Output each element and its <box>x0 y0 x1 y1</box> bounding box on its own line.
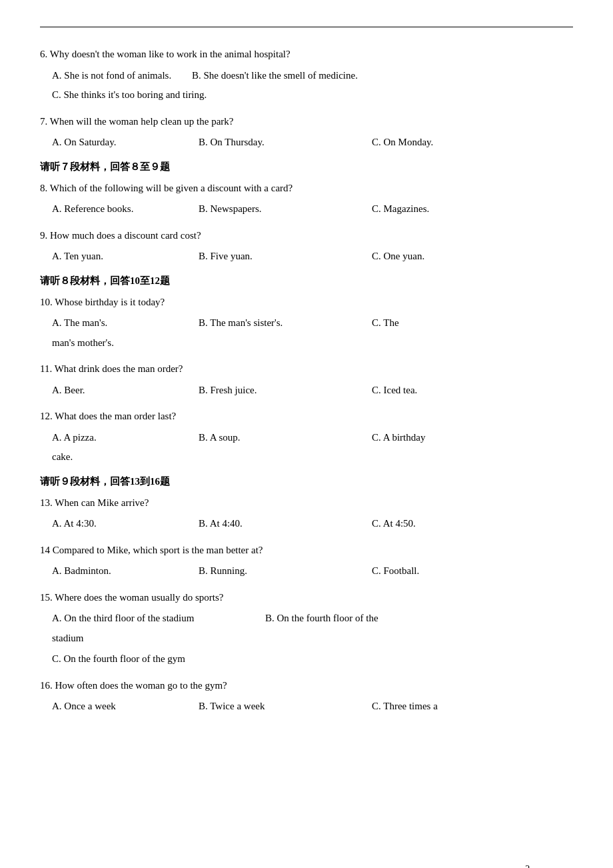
q7-text: 7. When will the woman help clean up the… <box>40 113 573 131</box>
question-15: 15. Where does the woman usually do spor… <box>40 589 573 668</box>
question-6: 6. Why doesn't the woman like to work in… <box>40 46 573 104</box>
page-number: -2- <box>522 864 533 868</box>
q14-options: A. Badminton. B. Running. C. Football. <box>52 563 573 580</box>
q13-text: 13. When can Mike arrive? <box>40 495 573 512</box>
q10-options: A. The man's. B. The man's sister's. C. … <box>52 315 573 332</box>
q6-options: A. She is not fond of animals. B. She do… <box>52 67 573 85</box>
q15-option-b[interactable]: B. On the fourth floor of the <box>265 610 573 627</box>
question-10: 10. Whose birthday is it today? A. The m… <box>40 294 573 352</box>
q9-option-b[interactable]: B. Five yuan. <box>199 248 372 265</box>
q6-options-row2: C. She thinks it's too boring and tiring… <box>52 87 573 104</box>
section-header-7: 请听７段材料，回答８至９题 <box>40 161 573 173</box>
q16-option-b[interactable]: B. Twice a week <box>199 698 372 715</box>
q13-option-b[interactable]: B. At 4:40. <box>199 515 372 533</box>
q11-option-a[interactable]: A. Beer. <box>52 382 199 399</box>
q16-option-a[interactable]: A. Once a week <box>52 698 199 715</box>
q16-text: 16. How often does the woman go to the g… <box>40 677 573 695</box>
question-16: 16. How often does the woman go to the g… <box>40 677 573 715</box>
q15-options: A. On the third floor of the stadium B. … <box>52 610 573 627</box>
q6-option-a[interactable]: A. She is not fond of animals. <box>52 67 172 85</box>
q7-option-a[interactable]: A. On Saturday. <box>52 134 199 151</box>
q9-options: A. Ten yuan. B. Five yuan. C. One yuan. <box>52 248 573 265</box>
q12-text: 12. What does the man order last? <box>40 408 573 425</box>
q13-options: A. At 4:30. B. At 4:40. C. At 4:50. <box>52 515 573 533</box>
q11-option-c[interactable]: C. Iced tea. <box>372 382 573 399</box>
q12-option-c[interactable]: C. A birthday <box>372 429 573 447</box>
q13-option-a[interactable]: A. At 4:30. <box>52 515 199 533</box>
q6-option-b[interactable]: B. She doesn't like the smell of medicin… <box>192 67 365 85</box>
q10-option-b[interactable]: B. The man's sister's. <box>199 315 372 332</box>
q9-option-a[interactable]: A. Ten yuan. <box>52 248 199 265</box>
q12-option-b[interactable]: B. A soup. <box>199 429 372 447</box>
q14-option-b[interactable]: B. Running. <box>199 563 372 580</box>
q7-option-c[interactable]: C. On Monday. <box>372 134 573 151</box>
q9-option-c[interactable]: C. One yuan. <box>372 248 573 265</box>
q15-continuation: stadium <box>52 630 573 647</box>
question-9: 9. How much does a discount card cost? A… <box>40 227 573 265</box>
q15-option-a[interactable]: A. On the third floor of the stadium <box>52 610 265 627</box>
q10-option-c[interactable]: C. The <box>372 315 573 332</box>
question-14: 14 Compared to Mike, which sport is the … <box>40 542 573 580</box>
q6-text: 6. Why doesn't the woman like to work in… <box>40 46 573 63</box>
q15-text: 15. Where does the woman usually do spor… <box>40 589 573 607</box>
q14-option-c[interactable]: C. Football. <box>372 563 573 580</box>
q11-options: A. Beer. B. Fresh juice. C. Iced tea. <box>52 382 573 399</box>
q12-continuation: cake. <box>52 449 573 466</box>
top-divider <box>40 27 573 27</box>
q8-text: 8. Which of the following will be given … <box>40 180 573 197</box>
section-header-9: 请听９段材料，回答13到16题 <box>40 475 573 488</box>
question-12: 12. What does the man order last? A. A p… <box>40 408 573 466</box>
question-13: 13. When can Mike arrive? A. At 4:30. B.… <box>40 495 573 533</box>
question-8: 8. Which of the following will be given … <box>40 180 573 218</box>
question-7: 7. When will the woman help clean up the… <box>40 113 573 151</box>
q15-option-c-row: C. On the fourth floor of the gym <box>52 651 573 668</box>
q8-options: A. Reference books. B. Newspapers. C. Ma… <box>52 201 573 218</box>
q15-option-c[interactable]: C. On the fourth floor of the gym <box>52 651 185 668</box>
q12-option-a[interactable]: A. A pizza. <box>52 429 199 447</box>
q10-text: 10. Whose birthday is it today? <box>40 294 573 311</box>
q12-options: A. A pizza. B. A soup. C. A birthday <box>52 429 573 447</box>
question-11: 11. What drink does the man order? A. Be… <box>40 361 573 399</box>
q10-continuation: man's mother's. <box>52 335 573 352</box>
q9-text: 9. How much does a discount card cost? <box>40 227 573 245</box>
q10-option-a[interactable]: A. The man's. <box>52 315 199 332</box>
section-header-8: 请听８段材料，回答10至12题 <box>40 275 573 287</box>
q14-text: 14 Compared to Mike, which sport is the … <box>40 542 573 559</box>
q8-option-c[interactable]: C. Magazines. <box>372 201 573 218</box>
q8-option-b[interactable]: B. Newspapers. <box>199 201 372 218</box>
q16-option-c[interactable]: C. Three times a <box>372 698 573 715</box>
q7-options: A. On Saturday. B. On Thursday. C. On Mo… <box>52 134 573 151</box>
q8-option-a[interactable]: A. Reference books. <box>52 201 199 218</box>
q14-option-a[interactable]: A. Badminton. <box>52 563 199 580</box>
q13-option-c[interactable]: C. At 4:50. <box>372 515 573 533</box>
q16-options: A. Once a week B. Twice a week C. Three … <box>52 698 573 715</box>
q11-text: 11. What drink does the man order? <box>40 361 573 378</box>
q7-option-b[interactable]: B. On Thursday. <box>199 134 372 151</box>
q6-option-c[interactable]: C. She thinks it's too boring and tiring… <box>52 87 207 104</box>
q11-option-b[interactable]: B. Fresh juice. <box>199 382 372 399</box>
